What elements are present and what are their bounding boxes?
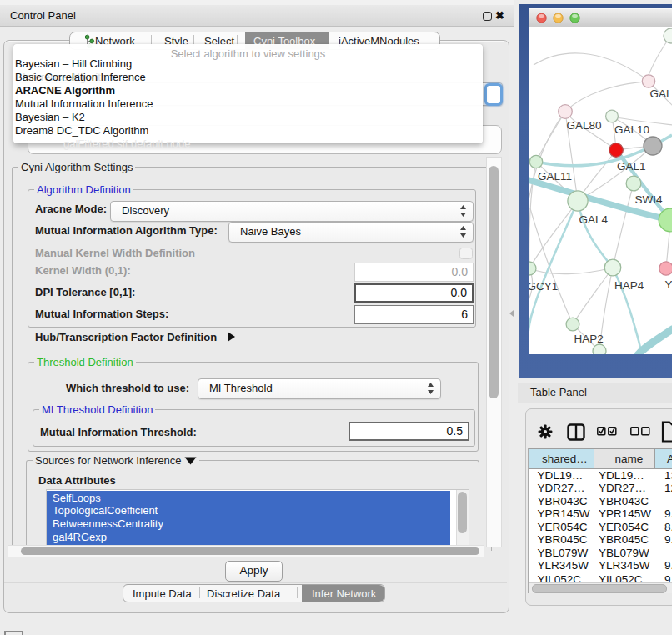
svg-text:GAL1: GAL1 xyxy=(617,160,646,172)
svg-text:GAL10: GAL10 xyxy=(614,123,649,136)
svg-text:GAL80: GAL80 xyxy=(650,88,672,100)
svg-text:HAP2: HAP2 xyxy=(574,332,604,345)
svg-text:HAP4: HAP4 xyxy=(614,279,644,292)
svg-text:SWI4: SWI4 xyxy=(635,193,663,206)
svg-text:GAL11: GAL11 xyxy=(538,170,572,182)
svg-text:Y: Y xyxy=(665,278,672,291)
svg-text:GAL4: GAL4 xyxy=(579,213,609,226)
svg-text:GCY1: GCY1 xyxy=(529,280,558,292)
svg-text:GAL80: GAL80 xyxy=(567,119,602,132)
